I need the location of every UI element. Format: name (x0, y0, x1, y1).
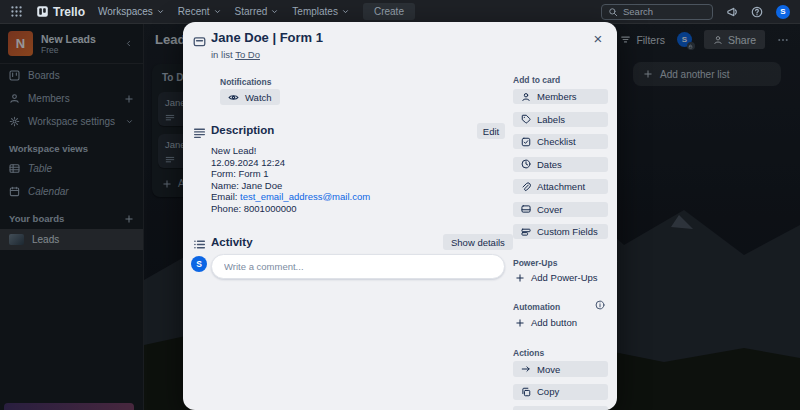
top-navbar: Trello Workspaces Recent Starred Templat… (0, 0, 800, 24)
paperclip-icon (521, 182, 531, 192)
trello-logo-icon (36, 5, 49, 18)
description-icon (193, 126, 206, 139)
button-label: Add Power-Ups (531, 272, 598, 283)
email-link[interactable]: test_email_address@mail.com (240, 191, 370, 202)
user-avatar[interactable]: S (776, 5, 790, 19)
notifications-heading: Notifications (220, 77, 271, 87)
nav-menu-label: Workspaces (98, 6, 153, 17)
nav-menu-templates[interactable]: Templates (292, 6, 350, 17)
copy-button[interactable]: Copy (513, 384, 608, 400)
copy-icon (521, 387, 531, 397)
clock-icon (521, 159, 531, 169)
tag-icon (521, 114, 531, 124)
checklist-button[interactable]: Checklist (513, 134, 608, 149)
activity-heading: Activity (211, 236, 253, 248)
card-front-icon (193, 35, 206, 48)
trello-logo[interactable]: Trello (36, 5, 85, 19)
description-line: 12.09.2024 12:24 (211, 157, 505, 169)
help-button[interactable] (751, 6, 763, 18)
nav-menu-label: Recent (178, 6, 210, 17)
description-line: New Lead! (211, 145, 505, 157)
plus-icon (515, 273, 525, 283)
checklist-icon (521, 137, 531, 147)
list-link[interactable]: To Do (235, 49, 260, 60)
help-icon (751, 6, 763, 18)
megaphone-icon (726, 6, 738, 18)
automation-heading: Automation (513, 302, 608, 312)
description-line: Name: Jane Doe (211, 180, 505, 192)
eye-icon (228, 92, 239, 103)
search-input[interactable] (623, 6, 703, 17)
activity-icon (193, 238, 206, 251)
card-list-subtitle: in list To Do (211, 49, 260, 60)
nav-menu-label: Templates (292, 6, 338, 17)
trello-logo-text: Trello (53, 5, 85, 19)
button-label: Attachment (537, 181, 585, 192)
button-label: Dates (537, 159, 562, 170)
create-button[interactable]: Create (363, 3, 415, 20)
add-powerups-button[interactable]: Add Power-Ups (515, 272, 598, 283)
grid-icon (10, 5, 23, 18)
person-icon (521, 92, 531, 102)
description-email-line: Email: test_email_address@mail.com (211, 191, 505, 203)
watch-label: Watch (245, 92, 272, 103)
cover-button[interactable]: Cover (513, 202, 608, 217)
custom-fields-icon (521, 227, 531, 237)
description-text: New Lead! 12.09.2024 12:24 Form: Form 1 … (211, 145, 505, 215)
chevron-down-icon (156, 7, 165, 16)
chevron-down-icon (270, 7, 279, 16)
cover-icon (521, 204, 531, 214)
in-list-prefix: in list (211, 49, 233, 60)
attachment-button[interactable]: Attachment (513, 179, 608, 194)
description-line: Form: Form 1 (211, 168, 505, 180)
edit-button[interactable]: Edit (477, 123, 505, 139)
app-switcher-button[interactable] (10, 5, 23, 18)
card-title: Jane Doe | Form 1 (211, 30, 323, 45)
chevron-down-icon (213, 7, 222, 16)
actions-heading: Actions (513, 348, 608, 358)
button-label: Labels (537, 114, 565, 125)
announcements-button[interactable] (726, 6, 738, 18)
show-details-button[interactable]: Show details (443, 234, 513, 250)
card-detail-modal: × Jane Doe | Form 1 in list To Do Notifi… (183, 22, 617, 410)
button-label: Add button (531, 317, 577, 328)
nav-menu-workspaces[interactable]: Workspaces (98, 6, 165, 17)
action-button-partial[interactable] (513, 406, 608, 410)
description-heading: Description (211, 124, 274, 136)
plus-icon (515, 318, 525, 328)
button-label: Members (537, 91, 577, 102)
nav-menu-label: Starred (235, 6, 268, 17)
search-icon (608, 7, 618, 17)
members-button[interactable]: Members (513, 89, 608, 104)
button-label: Checklist (537, 136, 576, 147)
add-to-card-heading: Add to card (513, 75, 608, 85)
button-label: Copy (537, 386, 559, 397)
powerups-heading: Power-Ups (513, 258, 608, 268)
button-label: Move (537, 364, 560, 375)
button-label: Custom Fields (537, 226, 598, 237)
trello-app: Trello Workspaces Recent Starred Templat… (0, 0, 800, 410)
comment-avatar: S (191, 256, 207, 272)
automation-add-button[interactable]: Add button (515, 317, 577, 328)
labels-button[interactable]: Labels (513, 112, 608, 127)
search-box[interactable] (601, 4, 713, 20)
close-icon[interactable]: × (589, 30, 607, 48)
comment-input[interactable] (211, 254, 505, 279)
nav-menu-starred[interactable]: Starred (235, 6, 280, 17)
description-phone-line: Phone: 8001000000 (211, 203, 505, 215)
email-prefix: Email: (211, 191, 240, 202)
watch-button[interactable]: Watch (220, 89, 280, 105)
button-label: Cover (537, 204, 562, 215)
move-button[interactable]: Move (513, 361, 608, 377)
arrow-right-icon (521, 364, 531, 374)
dates-button[interactable]: Dates (513, 157, 608, 172)
info-icon[interactable] (595, 300, 605, 310)
chevron-down-icon (341, 7, 350, 16)
nav-menu-recent[interactable]: Recent (178, 6, 222, 17)
custom-fields-button[interactable]: Custom Fields (513, 224, 608, 239)
